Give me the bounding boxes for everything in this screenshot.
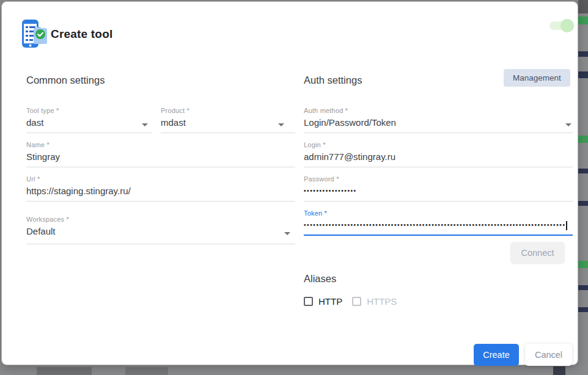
- field-underline: [304, 167, 573, 167]
- field-underline: [26, 201, 295, 202]
- backdrop-fragment: [578, 51, 588, 57]
- login-field[interactable]: Login * admin777@stingray.ru: [304, 141, 573, 167]
- chevron-down-icon[interactable]: [142, 123, 148, 126]
- product-value: mdast: [161, 117, 295, 129]
- field-underline: [26, 167, 295, 167]
- auth-method-value: Login/Password/Token: [304, 117, 573, 129]
- password-value: •••••••••••••••••: [304, 188, 357, 194]
- connect-button[interactable]: Connect: [510, 242, 565, 263]
- aliases-heading: Aliases: [304, 273, 336, 285]
- cancel-button[interactable]: Cancel: [525, 344, 572, 366]
- common-settings-heading: Common settings: [26, 75, 105, 86]
- auth-method-label: Auth method *: [304, 107, 573, 114]
- management-button[interactable]: Management: [504, 69, 570, 87]
- field-underline: [26, 244, 295, 244]
- backdrop-fragment: [578, 307, 588, 312]
- workspaces-select[interactable]: Workspaces * Default: [26, 216, 295, 244]
- chevron-down-icon[interactable]: [284, 232, 290, 235]
- field-underline: [304, 201, 573, 202]
- name-value: Stingray: [26, 151, 295, 164]
- password-label: Password *: [304, 175, 573, 183]
- backdrop-fragment: [578, 16, 588, 24]
- backdrop-fragment: [553, 366, 565, 375]
- backdrop-fragment: [125, 367, 168, 375]
- url-value: https://staging.stingray.ru/: [26, 186, 295, 198]
- create-tool-dialog: Create tool Common settings Auth setting…: [1, 1, 578, 365]
- name-label: Name *: [26, 141, 295, 148]
- field-underline: [26, 133, 152, 133]
- field-underline-focused: [304, 235, 573, 236]
- backdrop-fragment: [578, 201, 588, 206]
- backdrop-fragment: [578, 285, 588, 290]
- https-checkbox-option[interactable]: HTTPS: [352, 296, 397, 307]
- tool-type-label: Tool type *: [26, 107, 152, 114]
- url-field[interactable]: Url * https://staging.stingray.ru/: [26, 175, 295, 202]
- token-label: Token *: [304, 209, 573, 217]
- backdrop-fragment: [37, 367, 92, 375]
- backdrop-fragment: [578, 261, 588, 268]
- toggle-knob: [560, 19, 574, 32]
- auth-settings-heading: Auth settings: [304, 75, 362, 86]
- backdrop-fragment: [578, 136, 588, 143]
- tool-type-select[interactable]: Tool type * dast: [26, 107, 152, 133]
- tool-enabled-toggle[interactable]: [549, 21, 569, 30]
- workspaces-value: Default: [26, 226, 295, 238]
- token-field[interactable]: Token * ••••••••••••••••••••••••••••••••…: [304, 209, 573, 236]
- tool-phone-icon: [19, 19, 48, 49]
- url-label: Url *: [26, 175, 295, 183]
- page-backdrop: Create tool Common settings Auth setting…: [0, 0, 588, 375]
- auth-method-select[interactable]: Auth method * Login/Password/Token: [304, 107, 573, 133]
- aliases-options: HTTP HTTPS: [304, 296, 397, 307]
- login-value: admin777@stingray.ru: [304, 151, 573, 164]
- name-field[interactable]: Name * Stingray: [26, 141, 295, 167]
- backdrop-fragment: [578, 71, 588, 78]
- http-checkbox-label: HTTP: [318, 296, 342, 307]
- chevron-down-icon[interactable]: [278, 123, 284, 126]
- workspaces-label: Workspaces *: [26, 216, 295, 223]
- login-label: Login *: [304, 141, 573, 148]
- create-button[interactable]: Create: [474, 344, 519, 366]
- chevron-down-icon[interactable]: [565, 123, 571, 126]
- https-checkbox-label: HTTPS: [367, 296, 397, 307]
- dialog-title: Create tool: [51, 27, 112, 41]
- backdrop-fragment: [578, 169, 588, 173]
- tool-type-value: dast: [26, 117, 152, 129]
- backdrop-fragment: [578, 0, 588, 13]
- product-select[interactable]: Product * mdast: [161, 107, 295, 133]
- https-checkbox[interactable]: [352, 297, 361, 306]
- http-checkbox-option[interactable]: HTTP: [304, 296, 342, 307]
- text-cursor: [566, 221, 567, 230]
- token-value: ••••••••••••••••••••••••••••••••••••••••…: [304, 222, 565, 228]
- field-underline: [161, 133, 295, 133]
- http-checkbox[interactable]: [304, 297, 313, 306]
- product-label: Product *: [161, 107, 295, 114]
- field-underline: [304, 133, 573, 133]
- password-field[interactable]: Password * •••••••••••••••••: [304, 175, 573, 202]
